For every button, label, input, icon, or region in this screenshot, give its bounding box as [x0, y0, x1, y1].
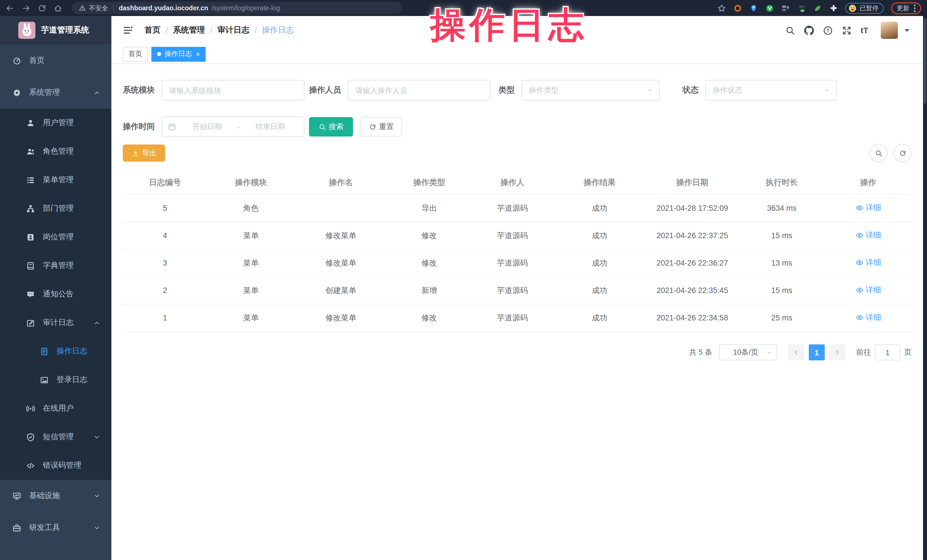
extension-orange-ring-icon[interactable]: [733, 4, 742, 12]
browser-menu-icon[interactable]: [914, 4, 916, 12]
column-header: 操作日期: [646, 171, 739, 194]
sidebar-item-dict-management[interactable]: 字典管理: [0, 251, 111, 280]
sidebar-item-audit-log[interactable]: 审计日志: [0, 308, 111, 337]
cell-result: 成功: [553, 249, 646, 277]
shield-icon: [26, 433, 35, 441]
avatar-dropdown-caret-icon[interactable]: [905, 29, 909, 32]
help-icon[interactable]: ?: [823, 26, 833, 35]
column-header: 操作结果: [553, 171, 646, 194]
sidebar-item-label: 通知公告: [43, 289, 74, 299]
detail-link-label: 详细: [866, 313, 881, 323]
refresh-icon: [899, 149, 906, 157]
date-range-picker[interactable]: 开始日期 - 结束日期: [162, 117, 304, 137]
sidebar-item-user-management[interactable]: 用户管理: [0, 109, 111, 137]
close-icon[interactable]: ×: [196, 50, 200, 58]
detail-link-label: 详细: [866, 258, 881, 268]
search-icon[interactable]: [785, 26, 795, 35]
page-size-select[interactable]: 10条/页: [719, 344, 777, 360]
cell-date: 2021-04-26 22:34:58: [646, 304, 739, 332]
tag-label: 操作日志: [164, 49, 192, 59]
detail-link[interactable]: 详细: [855, 230, 881, 240]
breadcrumb-item[interactable]: 系统管理: [173, 25, 205, 35]
chevron-down-icon: [766, 349, 772, 355]
extension-blue-pin-icon[interactable]: [749, 4, 758, 12]
extension-dark-on-icon[interactable]: on: [797, 4, 806, 12]
tag-home[interactable]: 首页: [123, 47, 148, 61]
detail-link-label: 详细: [866, 203, 881, 213]
goto-page-input[interactable]: [875, 344, 900, 360]
menulist-icon: [26, 176, 35, 184]
sidebar-item-menu-management[interactable]: 菜单管理: [0, 165, 111, 194]
user-avatar[interactable]: [881, 22, 898, 39]
refresh-table-button[interactable]: [893, 144, 912, 162]
time-label: 操作时间: [123, 121, 155, 132]
prev-page-button[interactable]: [788, 344, 804, 360]
sidebar-item-post-management[interactable]: 岗位管理: [0, 223, 111, 251]
sidebar-item-infrastructure[interactable]: 基础设施: [0, 480, 111, 512]
breadcrumb-separator: /: [166, 26, 168, 35]
page-unit-label: 页: [904, 347, 912, 358]
sidebar-item-role-management[interactable]: 角色管理: [0, 137, 111, 165]
font-size-icon[interactable]: tT: [861, 26, 868, 35]
cell-duration: 13 ms: [739, 249, 825, 277]
cell-action: 详细: [825, 194, 912, 222]
github-icon[interactable]: [804, 26, 814, 35]
breadcrumb-separator: /: [210, 26, 213, 35]
extension-green-leaf-icon[interactable]: [813, 4, 822, 12]
sidebar-item-operate-log[interactable]: 操作日志: [0, 337, 111, 366]
sidebar-item-login-log[interactable]: 登录日志: [0, 366, 111, 394]
detail-link[interactable]: 详细: [855, 285, 881, 295]
reset-button[interactable]: 重置: [360, 117, 402, 137]
address-bar[interactable]: 不安全 dashboard.yudao.iocoder.cn/system/lo…: [72, 2, 402, 14]
detail-link[interactable]: 详细: [855, 258, 881, 268]
cell-module: 菜单: [207, 249, 295, 277]
pagination: 共 5 条 10条/页 1 前往 页: [111, 344, 912, 360]
filter-group-status: 状态 操作状态: [682, 80, 837, 100]
toggle-search-button[interactable]: [869, 144, 887, 162]
browser-back-icon[interactable]: [6, 4, 14, 12]
module-input[interactable]: [162, 80, 304, 100]
chevron-down-icon: [94, 493, 100, 499]
sidebar-item-online-users[interactable]: 在线用户: [0, 394, 111, 423]
next-page-button[interactable]: [829, 344, 845, 360]
tag-operate-log[interactable]: 操作日志×: [151, 47, 206, 61]
browser-scrollbar[interactable]: [923, 16, 927, 560]
breadcrumb-item[interactable]: 首页: [144, 25, 161, 35]
bookmark-star-icon[interactable]: [717, 4, 726, 12]
app-logo-bar[interactable]: 芋道管理系统: [0, 16, 111, 44]
main-content: 系统模块 操作人员 类型 操作类型 状态 操作状态: [111, 64, 923, 560]
export-button[interactable]: 导出: [123, 144, 165, 162]
sidebar-item-system-management[interactable]: 系统管理: [0, 76, 111, 109]
extension-green-v-icon[interactable]: [765, 4, 774, 12]
search-button[interactable]: 搜索: [309, 117, 353, 137]
profile-paused-chip[interactable]: 已暂停: [845, 3, 884, 14]
browser-home-icon[interactable]: [54, 4, 62, 12]
cell-type: 修改: [387, 249, 471, 277]
sidebar-item-label: 首页: [29, 55, 44, 66]
cell-result: 成功: [553, 194, 646, 222]
extensions-puzzle-icon[interactable]: [829, 4, 838, 12]
sidebar-item-dept-management[interactable]: 部门管理: [0, 194, 111, 223]
type-select[interactable]: 操作类型: [521, 80, 660, 100]
cell-result: 成功: [553, 277, 646, 304]
cell-operator: 芋道源码: [471, 277, 553, 304]
sidebar-item-sms-management[interactable]: 短信管理: [0, 423, 111, 451]
sidebar-item-error-code-management[interactable]: 错误码管理: [0, 451, 111, 480]
page-number-1[interactable]: 1: [809, 344, 825, 360]
scrollbar-thumb[interactable]: [924, 18, 926, 104]
detail-link[interactable]: 详细: [855, 313, 881, 323]
extension-blocks-icon[interactable]: [781, 4, 790, 12]
browser-update-chip[interactable]: 更新: [891, 2, 921, 14]
fullscreen-icon[interactable]: [842, 26, 852, 35]
operator-input[interactable]: [348, 80, 491, 100]
sidebar-item-home[interactable]: 首页: [0, 44, 111, 76]
browser-reload-icon[interactable]: [38, 4, 46, 12]
breadcrumb-item[interactable]: 审计日志: [217, 25, 249, 35]
hamburger-icon[interactable]: [123, 25, 133, 35]
table-row: 4菜单修改菜单修改芋道源码成功2021-04-26 22:37:2515 ms详…: [123, 222, 912, 249]
browser-forward-icon[interactable]: [22, 4, 30, 12]
status-select[interactable]: 操作状态: [705, 80, 837, 100]
sidebar-item-notice-announcement[interactable]: 通知公告: [0, 280, 111, 308]
detail-link[interactable]: 详细: [855, 203, 881, 213]
sidebar-item-dev-tools[interactable]: 研发工具: [0, 512, 111, 544]
